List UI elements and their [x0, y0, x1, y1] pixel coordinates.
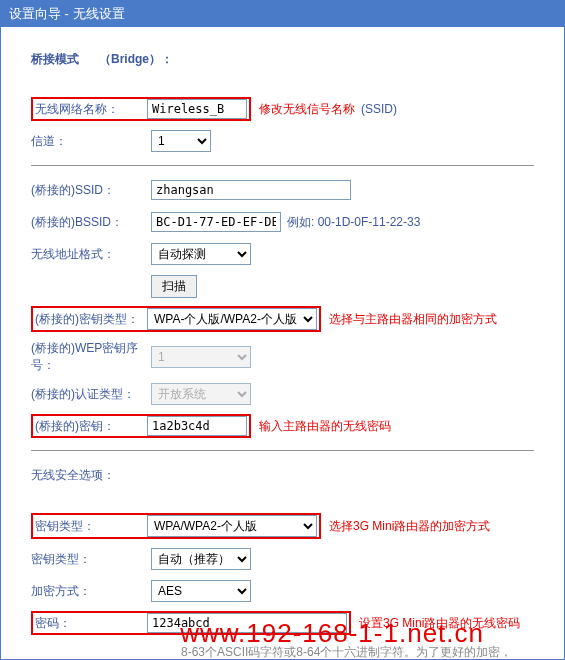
keytype1-anno: 选择3G Mini路由器的加密方式 [329, 518, 490, 535]
bridge-key-row: (桥接的)密钥： 输入主路由器的无线密码 [31, 414, 534, 438]
crypto-select[interactable]: AES [151, 580, 251, 602]
bridge-key-label: (桥接的)密钥： [35, 418, 147, 435]
auth-type-label: (桥接的)认证类型： [31, 386, 151, 403]
ssid-row: 无线网络名称： 修改无线信号名称 (SSID) [31, 97, 534, 121]
crypto-label: 加密方式： [31, 583, 151, 600]
keytype2-row: 密钥类型： 自动（推荐） [31, 547, 534, 571]
content-area: 桥接模式 （Bridge）： 无线网络名称： 修改无线信号名称 (SSID) 信… [1, 27, 564, 660]
bridge-keytype-select[interactable]: WPA-个人版/WPA2-个人版 [147, 308, 317, 330]
scan-row: 扫描 [31, 274, 534, 298]
bridge-key-input[interactable] [147, 416, 247, 436]
keytype2-select[interactable]: 自动（推荐） [151, 548, 251, 570]
addr-format-row: 无线地址格式： 自动探测 [31, 242, 534, 266]
scan-button[interactable]: 扫描 [151, 275, 197, 298]
ssid-suffix: (SSID) [361, 102, 397, 116]
bridge-mode-row: 桥接模式 （Bridge）： [31, 47, 534, 71]
password-row: 密码： 设置3G Mini路由器的无线密码 [31, 611, 534, 635]
ssid-label: 无线网络名称： [35, 101, 147, 118]
ssid-annotation: 修改无线信号名称 [259, 101, 355, 118]
bridge-ssid-row: (桥接的)SSID： [31, 178, 534, 202]
crypto-row: 加密方式： AES [31, 579, 534, 603]
keytype1-select[interactable]: WPA/WPA2-个人版 [147, 515, 317, 537]
channel-label: 信道： [31, 133, 151, 150]
addr-format-label: 无线地址格式： [31, 246, 151, 263]
keytype1-row: 密钥类型： WPA/WPA2-个人版 选择3G Mini路由器的加密方式 [31, 513, 534, 539]
password-anno: 设置3G Mini路由器的无线密码 [359, 615, 520, 632]
bridge-key-anno: 输入主路由器的无线密码 [259, 418, 391, 435]
bridge-ssid-input[interactable] [151, 180, 351, 200]
bridge-bssid-label: (桥接的)BSSID： [31, 214, 151, 231]
password-redbox: 密码： [31, 611, 351, 635]
security-section-label: 无线安全选项： [31, 467, 115, 484]
keytype1-redbox: 密钥类型： WPA/WPA2-个人版 [31, 513, 321, 539]
bridge-bssid-row: (桥接的)BSSID： 例如: 00-1D-0F-11-22-33 [31, 210, 534, 234]
password-label: 密码： [35, 615, 147, 632]
ssid-input[interactable] [147, 99, 247, 119]
dialog-window: 设置向导 - 无线设置 桥接模式 （Bridge）： 无线网络名称： 修改无线信… [0, 0, 565, 660]
keytype1-label: 密钥类型： [35, 518, 147, 535]
bridge-keytype-redbox: (桥接的)密钥类型： WPA-个人版/WPA2-个人版 [31, 306, 321, 332]
wep-index-label: (桥接的)WEP密钥序号： [31, 340, 151, 374]
bridge-mode-value: （Bridge）： [99, 51, 173, 68]
bridge-ssid-label: (桥接的)SSID： [31, 182, 151, 199]
bssid-example: 例如: 00-1D-0F-11-22-33 [287, 214, 420, 231]
password-hint: 8-63个ASCII码字符或8-64个十六进制字符。为了更好的加密，密钥长度应足… [181, 643, 521, 660]
addr-format-select[interactable]: 自动探测 [151, 243, 251, 265]
separator-1 [31, 165, 534, 166]
wep-index-select: 1 [151, 346, 251, 368]
auth-type-select: 开放系统 [151, 383, 251, 405]
channel-row: 信道： 1 [31, 129, 534, 153]
bridge-key-redbox: (桥接的)密钥： [31, 414, 251, 438]
bridge-keytype-row: (桥接的)密钥类型： WPA-个人版/WPA2-个人版 选择与主路由器相同的加密… [31, 306, 534, 332]
auth-type-row: (桥接的)认证类型： 开放系统 [31, 382, 534, 406]
bridge-keytype-anno: 选择与主路由器相同的加密方式 [329, 311, 497, 328]
bridge-mode-label: 桥接模式 [31, 51, 79, 68]
bridge-bssid-input[interactable] [151, 212, 281, 232]
password-input[interactable] [147, 613, 347, 633]
keytype2-label: 密钥类型： [31, 551, 151, 568]
ssid-redbox: 无线网络名称： [31, 97, 251, 121]
channel-select[interactable]: 1 [151, 130, 211, 152]
bridge-keytype-label: (桥接的)密钥类型： [35, 311, 147, 328]
security-section-row: 无线安全选项： [31, 463, 534, 487]
window-title: 设置向导 - 无线设置 [1, 1, 564, 27]
separator-2 [31, 450, 534, 451]
wep-index-row: (桥接的)WEP密钥序号： 1 [31, 340, 534, 374]
